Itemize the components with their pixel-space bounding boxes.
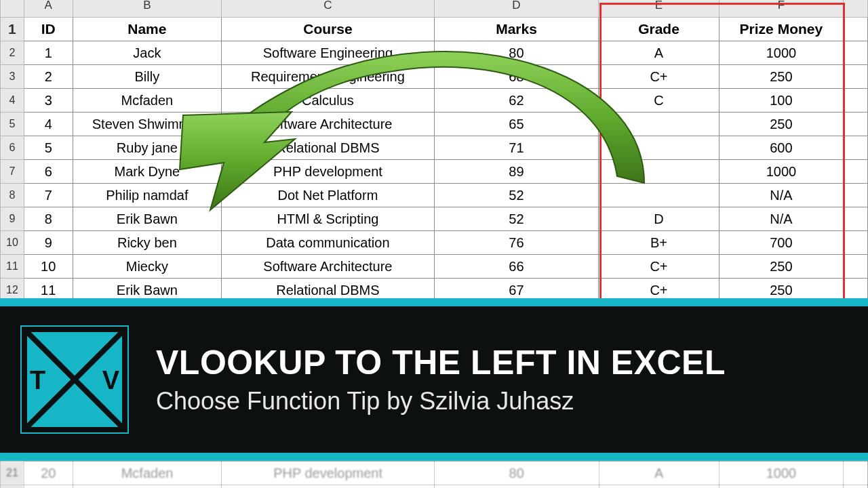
cell[interactable]: Ruby jane	[73, 136, 222, 160]
cell[interactable]: N/A	[719, 485, 843, 489]
col-header-a[interactable]: A	[24, 0, 73, 18]
cell[interactable]: Mcfaden	[73, 462, 222, 485]
cell[interactable]: N/A	[719, 184, 844, 207]
cell[interactable]	[599, 136, 719, 160]
cell[interactable]	[844, 255, 868, 279]
cell[interactable]: Ricky ben	[73, 231, 222, 255]
cell[interactable]: 52	[434, 184, 599, 207]
cell[interactable]	[844, 41, 868, 65]
cell[interactable]	[844, 160, 868, 184]
col-header-g[interactable]	[844, 0, 868, 18]
cell[interactable]: 9	[24, 231, 73, 255]
table-row[interactable]: 32BillyRequirement Engineering68C+250	[1, 65, 868, 89]
cell[interactable]: 250	[719, 65, 844, 89]
cell[interactable]: 62	[434, 89, 599, 113]
row-header[interactable]: 5	[1, 113, 24, 136]
cell[interactable]	[844, 207, 868, 231]
cell[interactable]: Prize Money	[719, 18, 844, 41]
cell[interactable]: 50	[434, 485, 599, 489]
cell[interactable]: 700	[719, 231, 844, 255]
table-row[interactable]: 21JackSoftware Engineering80A1000	[1, 41, 868, 65]
cell[interactable]	[844, 485, 868, 489]
cell[interactable]: A	[599, 41, 719, 65]
cell[interactable]	[844, 462, 868, 485]
cell[interactable]: 600	[719, 136, 844, 160]
cell[interactable]: N/A	[719, 207, 844, 231]
cell[interactable]: 66	[434, 255, 599, 279]
cell[interactable]: Computer Networks	[222, 485, 434, 489]
cell[interactable]: 1000	[719, 160, 844, 184]
cell[interactable]: 7	[24, 184, 73, 207]
cell[interactable]: Jack	[73, 41, 222, 65]
cell[interactable]	[599, 160, 719, 184]
cell[interactable]: 1	[24, 41, 73, 65]
cell[interactable]: 100	[719, 89, 844, 113]
cell[interactable]: 250	[719, 255, 844, 279]
cell[interactable]	[844, 184, 868, 207]
cell[interactable]: 10	[24, 255, 73, 279]
table-row[interactable]: 87Philip namdafDot Net Platform52N/A	[1, 184, 868, 207]
row-header[interactable]: 4	[1, 89, 24, 113]
cell[interactable]: Software Engineering	[222, 41, 434, 65]
cell[interactable]	[844, 65, 868, 89]
cell[interactable]: Calculus	[222, 89, 434, 113]
cell[interactable]: 2	[24, 65, 73, 89]
cell[interactable]: 4	[24, 113, 73, 136]
cell[interactable]	[844, 136, 868, 160]
cell[interactable]: Requirement Engineering	[222, 65, 434, 89]
cell[interactable]: 71	[434, 136, 599, 160]
row-header[interactable]: 3	[1, 65, 24, 89]
cell[interactable]: Course	[222, 18, 434, 41]
row-header[interactable]: 8	[1, 184, 24, 207]
cell[interactable]: Steven Shwimmer	[73, 113, 222, 136]
cell[interactable]: Steven Shwimmer	[73, 485, 222, 489]
cell[interactable]: A	[599, 462, 719, 485]
cell[interactable]: PHP development	[222, 462, 434, 485]
cell[interactable]	[844, 231, 868, 255]
col-header-d[interactable]: D	[434, 0, 599, 18]
grid[interactable]: A B C D E F 1 ID Name Course Marks Grade…	[0, 0, 868, 326]
cell[interactable]: C	[599, 89, 719, 113]
cell[interactable]: 8	[24, 207, 73, 231]
cell[interactable]: 89	[434, 160, 599, 184]
cell[interactable]: Billy	[73, 65, 222, 89]
cell[interactable]	[844, 18, 868, 41]
cell[interactable]: HTMl & Scripting	[222, 207, 434, 231]
cell[interactable]: 68	[434, 65, 599, 89]
cell[interactable]: Marks	[434, 18, 599, 41]
cell[interactable]: 80	[434, 41, 599, 65]
cell[interactable]: 80	[434, 462, 599, 485]
column-header-row[interactable]: A B C D E F	[1, 0, 868, 18]
row-header[interactable]: 7	[1, 160, 24, 184]
cell[interactable]: Relational DBMS	[222, 136, 434, 160]
row-header[interactable]: 2	[1, 41, 24, 65]
cell[interactable]: Philip namdaf	[73, 184, 222, 207]
cell[interactable]: Software Architecture	[222, 255, 434, 279]
cell[interactable]: Miecky	[73, 255, 222, 279]
cell[interactable]	[844, 89, 868, 113]
cell[interactable]: 5	[24, 136, 73, 160]
cell[interactable]: C+	[599, 65, 719, 89]
select-all-corner[interactable]	[1, 0, 24, 18]
cell[interactable]	[844, 113, 868, 136]
cell[interactable]: 1000	[719, 462, 843, 485]
table-row[interactable]: 1110MieckySoftware Architecture66C+250	[1, 255, 868, 279]
cell[interactable]: Data communication	[222, 231, 434, 255]
col-header-f[interactable]: F	[719, 0, 844, 18]
table-row[interactable]: 2221Steven ShwimmerComputer Networks50DN…	[1, 485, 868, 489]
cell[interactable]: 1000	[719, 41, 844, 65]
table-row[interactable]: 76Mark DynePHP development891000	[1, 160, 868, 184]
cell[interactable]: Grade	[599, 18, 719, 41]
table-row[interactable]: 43McfadenCalculus62C100	[1, 89, 868, 113]
grid-lower[interactable]: 2120McfadenPHP development80A10002221Ste…	[0, 461, 868, 488]
row-header[interactable]: 9	[1, 207, 24, 231]
cell[interactable]: PHP development	[222, 160, 434, 184]
table-row[interactable]: 98Erik BawnHTMl & Scripting52DN/A	[1, 207, 868, 231]
cell[interactable]: Name	[73, 18, 222, 41]
cell[interactable]: 76	[434, 231, 599, 255]
table-row[interactable]: 1 ID Name Course Marks Grade Prize Money	[1, 18, 868, 41]
cell[interactable]: Erik Bawn	[73, 207, 222, 231]
table-row[interactable]: 109Ricky benData communication76B+700	[1, 231, 868, 255]
col-header-e[interactable]: E	[599, 0, 719, 18]
cell[interactable]: C+	[599, 255, 719, 279]
